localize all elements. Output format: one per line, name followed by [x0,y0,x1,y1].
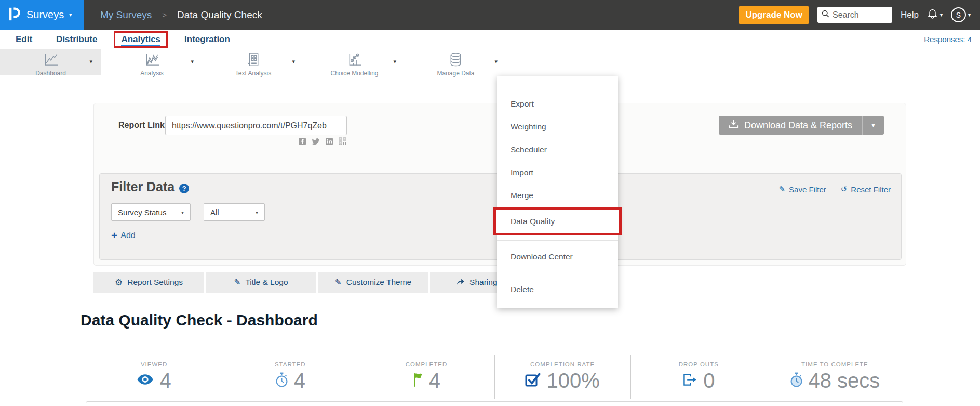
toolbar-item-label: Manage Data [437,70,474,77]
report-settings-button[interactable]: ⚙ Report Settings [93,272,204,293]
filter-value-select-value: All [210,208,219,217]
stat-number: 48 secs [809,370,880,391]
chevron-down-icon[interactable]: ▾ [89,58,92,65]
edit-icon: ✎ [335,278,342,287]
chevron-down-icon[interactable]: ▾ [191,58,194,65]
questionpro-logo-icon [8,6,21,24]
report-link-input[interactable] [165,116,347,135]
chevron-down-icon: ▾ [872,122,875,129]
newspaper-icon [247,52,260,69]
menu-item-delete[interactable]: Delete [497,278,618,301]
stat-label: COMPLETION RATE [530,361,595,368]
search-input[interactable] [833,10,888,20]
title-logo-label: Title & Logo [245,278,288,287]
chevron-down-icon: ▾ [181,209,184,215]
chevron-down-icon: ▾ [968,12,971,18]
menu-item-merge[interactable]: Merge [497,184,618,207]
reset-filter-label: Reset Filter [851,185,891,194]
qr-code-icon[interactable] [339,137,346,147]
notifications-menu[interactable]: ▾ [927,8,943,22]
customize-theme-label: Customize Theme [346,278,411,287]
stat-number: 0 [703,370,715,391]
filter-data-title-text: Filter Data [111,179,174,194]
edit-icon: ✎ [778,185,785,194]
menu-item-download-center[interactable]: Download Center [497,245,618,268]
surveys-product-menu[interactable]: Surveys ▾ [0,0,84,30]
filter-field-select[interactable]: Survey Status ▾ [111,203,191,221]
toolbar-item-dashboard[interactable]: Dashboard ▾ [0,49,101,75]
chevron-down-icon[interactable]: ▾ [393,58,396,65]
reset-icon: ↺ [841,185,848,194]
toolbar-item-label: Dashboard [35,70,66,77]
breadcrumb-separator: > [162,10,167,19]
toolbar-item-analysis[interactable]: Analysis ▾ [101,49,203,75]
add-filter-button[interactable]: + Add [111,230,136,241]
top-header: Surveys ▾ My Surveys > Data Quality Chec… [0,0,980,30]
bell-icon [927,8,938,22]
menu-item-weighting[interactable]: Weighting [497,115,618,138]
customize-theme-button[interactable]: ✎ Customize Theme [318,272,428,293]
database-icon [448,52,463,69]
next-section-panel-edge [86,401,903,406]
toolbar-item-label: Choice Modelling [330,70,378,77]
menu-divider [497,273,618,273]
download-options-toggle[interactable]: ▾ [863,116,884,135]
stat-number: 100% [546,370,599,391]
stat-drop-outs: DROP OUTS 0 [630,355,767,399]
breadcrumb-my-surveys[interactable]: My Surveys [100,9,152,21]
stat-value-row: 4 [275,370,305,391]
exit-icon [682,373,697,388]
tab-analytics[interactable]: Analytics [121,34,160,46]
report-settings-label: Report Settings [127,278,183,287]
stat-label: VIEWED [141,361,167,368]
stopwatch-filled-icon [790,372,803,389]
choice-chart-icon [347,52,363,69]
stat-value-row: 4 [412,370,440,391]
page-title: Data Quality Check - Dashboard [80,311,318,329]
stat-completion-rate: COMPLETION RATE 100% [494,355,630,399]
menu-item-scheduler[interactable]: Scheduler [497,138,618,161]
twitter-icon[interactable] [312,138,320,147]
chevron-down-icon: ▾ [940,12,943,18]
save-filter-button[interactable]: ✎ Save Filter [778,185,826,194]
tab-edit[interactable]: Edit [16,34,32,45]
analytics-toolbar: Dashboard ▾ Analysis ▾ Text Analys [0,49,980,75]
title-logo-button[interactable]: ✎ Title & Logo [206,272,316,293]
chevron-down-icon[interactable]: ▾ [494,58,498,65]
download-data-reports-button[interactable]: Download Data & Reports [719,116,863,135]
toolbar-item-manage-data[interactable]: Manage Data ▾ [405,49,506,75]
stat-number: 4 [159,370,171,391]
tab-distribute[interactable]: Distribute [56,34,97,45]
download-data-reports-split-button: Download Data & Reports ▾ [719,116,884,135]
account-menu[interactable]: S ▾ [951,7,971,22]
menu-item-data-quality[interactable]: Data Quality [496,210,619,233]
survey-tab-bar: Edit Distribute Analytics Integration Re… [0,30,980,49]
search-box[interactable] [817,7,892,23]
analysis-chart-icon [143,52,161,69]
filter-help-icon[interactable]: ? [179,184,189,193]
toolbar-item-choice-modelling[interactable]: Choice Modelling ▾ [304,49,405,75]
reset-filter-button[interactable]: ↺ Reset Filter [841,185,891,194]
header-right-cluster: Upgrade Now Help ▾ S ▾ [739,6,971,24]
download-button-label: Download Data & Reports [744,120,852,131]
help-link[interactable]: Help [901,10,919,20]
line-chart-icon [42,52,60,69]
filter-data-title: Filter Data ? [111,179,189,194]
upgrade-now-button[interactable]: Upgrade Now [739,6,809,24]
stat-label: TIME TO COMPLETE [801,361,868,368]
linkedin-icon[interactable] [326,138,333,147]
facebook-icon[interactable] [299,138,306,147]
data-quality-highlight-frame: Data Quality [493,207,622,235]
avatar: S [951,7,966,22]
stat-value-row: 0 [682,370,715,391]
menu-item-import[interactable]: Import [497,161,618,184]
gears-icon: ⚙ [115,278,123,287]
download-icon [729,120,739,131]
menu-item-export[interactable]: Export [497,93,618,115]
chevron-down-icon[interactable]: ▾ [292,58,295,65]
filter-value-select[interactable]: All ▾ [204,203,265,221]
toolbar-item-text-analysis[interactable]: Text Analysis ▾ [203,49,304,75]
stat-viewed: VIEWED 4 [86,355,222,399]
checkbox-icon [525,372,541,389]
tab-integration[interactable]: Integration [184,34,230,45]
